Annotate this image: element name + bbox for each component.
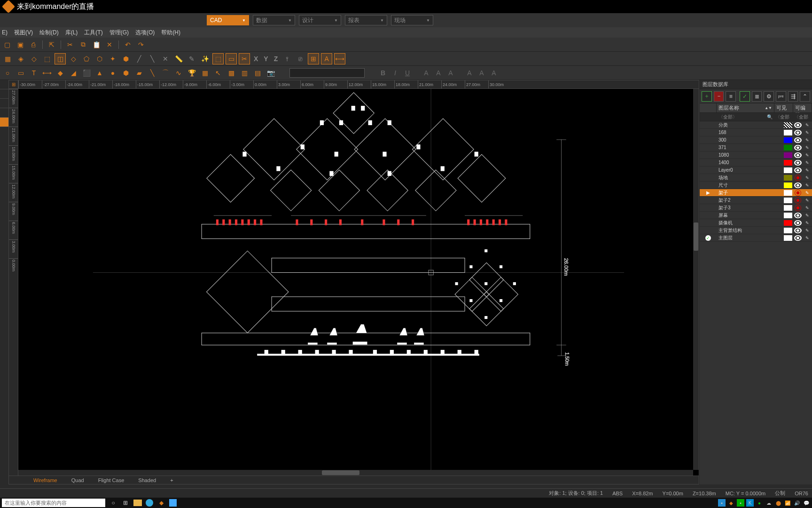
font-a6-button[interactable]: A bbox=[489, 68, 499, 78]
eye-icon[interactable] bbox=[793, 122, 803, 128]
add-layer-icon[interactable]: ＋ bbox=[702, 91, 712, 102]
wand-icon[interactable]: ✨ bbox=[199, 53, 211, 64]
layer-color-swatch[interactable] bbox=[784, 145, 792, 151]
align-icon[interactable]: ⫯ bbox=[281, 53, 293, 64]
rect-icon[interactable]: ▭ bbox=[15, 67, 26, 79]
grid-icon[interactable]: ⊞ bbox=[308, 53, 319, 64]
edit-icon[interactable]: ✎ bbox=[803, 236, 812, 240]
os-search-input[interactable]: 在这里输入你要搜索的内容 bbox=[2, 499, 105, 507]
strip-cell[interactable] bbox=[0, 80, 8, 89]
font-a3-button[interactable]: A bbox=[445, 68, 456, 78]
prism-icon[interactable]: ⬢ bbox=[120, 67, 132, 79]
mode-tab-live[interactable]: 现场▼ bbox=[391, 15, 433, 25]
open-icon[interactable]: ▣ bbox=[15, 40, 25, 50]
col-editable[interactable]: 可编辑 bbox=[793, 103, 812, 112]
menu-help[interactable]: 帮助(H) bbox=[161, 29, 180, 37]
tab-add[interactable]: + bbox=[164, 477, 179, 483]
cam-icon[interactable]: 📷 bbox=[265, 67, 276, 79]
axis-y[interactable]: Y bbox=[262, 55, 270, 63]
shape3-icon[interactable]: ⬡ bbox=[94, 53, 105, 64]
cursor-icon[interactable]: ↖ bbox=[212, 67, 224, 79]
line3-icon[interactable]: ✕ bbox=[160, 53, 171, 64]
edit-icon[interactable]: ✎ bbox=[803, 190, 812, 195]
delete-icon[interactable]: ✕ bbox=[104, 40, 115, 50]
paste-icon[interactable]: 📋 bbox=[91, 40, 102, 50]
eye-icon[interactable] bbox=[793, 130, 803, 135]
layer-color-swatch[interactable] bbox=[784, 235, 792, 241]
edit-icon[interactable]: ✎ bbox=[803, 221, 812, 225]
print-icon[interactable]: ⎙ bbox=[28, 40, 39, 50]
layer-row[interactable]: 摄像机✎ bbox=[700, 219, 812, 227]
explorer-icon[interactable] bbox=[133, 500, 142, 506]
app2-icon[interactable] bbox=[169, 499, 177, 507]
tray-icon[interactable]: ● bbox=[756, 499, 763, 507]
cortana-icon[interactable]: ○ bbox=[109, 499, 117, 507]
browser-icon[interactable] bbox=[146, 499, 153, 507]
menu-library[interactable]: 库(L) bbox=[65, 29, 78, 37]
measure-icon[interactable]: 📏 bbox=[173, 53, 184, 64]
eye-icon[interactable] bbox=[793, 160, 803, 166]
circle-icon[interactable]: ○ bbox=[2, 67, 13, 79]
mode-tab-cad[interactable]: CAD▼ bbox=[207, 15, 249, 25]
layer-color-swatch[interactable] bbox=[784, 137, 792, 143]
eye-icon[interactable] bbox=[793, 235, 803, 241]
font-a5-button[interactable]: A bbox=[476, 68, 487, 78]
strip-cell-active[interactable] bbox=[0, 118, 8, 127]
layer-row[interactable]: 371✎ bbox=[700, 144, 812, 151]
layer-row[interactable]: 屏幕✎ bbox=[700, 212, 812, 219]
strip-cell[interactable] bbox=[0, 99, 8, 108]
eye-icon[interactable] bbox=[793, 220, 803, 226]
font-a4-button[interactable]: A bbox=[464, 68, 475, 78]
tray-icon[interactable]: ☁ bbox=[765, 499, 773, 507]
col-visible[interactable]: 可见 bbox=[774, 103, 793, 112]
axis-x[interactable]: X bbox=[252, 55, 260, 63]
edit-icon[interactable]: ✎ bbox=[803, 145, 812, 150]
sel2-icon[interactable]: ▭ bbox=[226, 53, 237, 64]
italic-button[interactable]: I bbox=[390, 68, 400, 78]
no-eye-icon[interactable] bbox=[793, 197, 803, 204]
layer-color-swatch[interactable] bbox=[784, 190, 792, 196]
style-dropdown[interactable] bbox=[289, 68, 365, 78]
layer-opt1-icon[interactable]: ≡ bbox=[726, 91, 736, 102]
cube2-icon[interactable]: ◇ bbox=[28, 53, 39, 64]
canvas[interactable]: ⊞ -30.00m-27.00m-24.00m-21.00m-18.00m-15… bbox=[8, 80, 699, 484]
cone-icon[interactable]: ▲ bbox=[94, 67, 105, 79]
edit-icon[interactable]: ✎ bbox=[803, 228, 812, 233]
undo-icon[interactable]: ↶ bbox=[123, 40, 133, 50]
sel3-icon[interactable]: ✂ bbox=[239, 53, 250, 64]
menu-draw[interactable]: 绘制(D) bbox=[39, 29, 59, 37]
no-eye-icon[interactable] bbox=[793, 205, 803, 211]
lock-icon[interactable]: ⎚ bbox=[295, 53, 306, 64]
layer-row[interactable]: 架子2✎ bbox=[700, 197, 812, 204]
tab-shaded[interactable]: Shaded bbox=[133, 477, 162, 483]
layer-color-swatch[interactable] bbox=[784, 160, 792, 166]
edit-icon[interactable]: ✎ bbox=[803, 183, 812, 188]
layer-row[interactable]: 分类✎ bbox=[700, 121, 812, 129]
tab-flightcase[interactable]: Flight Case bbox=[93, 477, 130, 483]
cube4-icon[interactable]: ◫ bbox=[55, 53, 66, 64]
line-icon[interactable]: ╲ bbox=[147, 67, 158, 79]
list-icon[interactable]: ≣ bbox=[752, 91, 762, 102]
poly-icon[interactable]: ◆ bbox=[55, 67, 66, 79]
layer-color-swatch[interactable] bbox=[784, 183, 792, 188]
layer-color-swatch[interactable] bbox=[784, 175, 792, 181]
cube3-icon[interactable]: ⬚ bbox=[41, 53, 53, 64]
scrollbar-vertical[interactable] bbox=[693, 89, 699, 470]
layer-row[interactable]: 尺寸✎ bbox=[700, 182, 812, 189]
tab-wireframe[interactable]: Wireframe bbox=[28, 477, 63, 483]
app1-icon[interactable]: ◆ bbox=[157, 499, 165, 507]
no-eye-icon[interactable] bbox=[793, 175, 803, 181]
sphere-icon[interactable]: ● bbox=[107, 67, 118, 79]
mode-tab-design[interactable]: 设计▼ bbox=[299, 15, 341, 25]
gear-icon[interactable]: ⚙ bbox=[764, 91, 774, 102]
font-a1-button[interactable]: A bbox=[421, 68, 431, 78]
font-a2-button[interactable]: A bbox=[433, 68, 444, 78]
scrollbar-horizontal[interactable] bbox=[18, 470, 693, 476]
book-icon[interactable]: ▰ bbox=[133, 67, 145, 79]
layer-color-swatch[interactable] bbox=[784, 130, 792, 135]
box-icon[interactable]: ▦ bbox=[2, 53, 13, 64]
curve-icon[interactable]: ∿ bbox=[173, 67, 184, 79]
layer-row[interactable]: 168✎ bbox=[700, 129, 812, 136]
line2-icon[interactable]: ╲ bbox=[147, 53, 158, 64]
redo-icon[interactable]: ↷ bbox=[136, 40, 146, 50]
